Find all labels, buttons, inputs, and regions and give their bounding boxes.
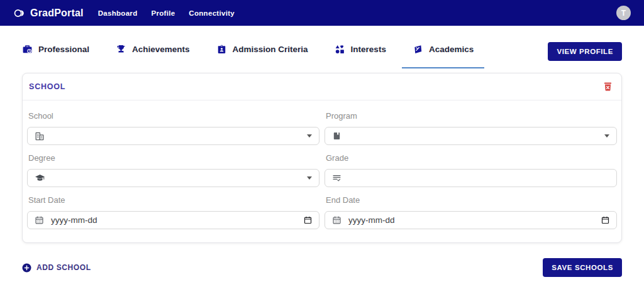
list-check-icon xyxy=(332,173,341,183)
calendar-icon xyxy=(332,215,341,225)
program-field: Program xyxy=(325,103,617,145)
chevron-down-icon xyxy=(307,134,312,138)
trophy-icon xyxy=(116,44,126,55)
date-placeholder: yyyy-mm-dd xyxy=(348,215,395,225)
tab-label: Interests xyxy=(351,45,386,54)
program-select[interactable] xyxy=(325,127,617,145)
tab-label: Professional xyxy=(38,45,89,54)
tab-label: Admission Criteria xyxy=(233,45,308,54)
grade-label: Grade xyxy=(326,153,617,163)
tab-academics[interactable]: Academics xyxy=(413,44,474,63)
actions-row: ADD SCHOOL SAVE SCHOOLS xyxy=(22,258,622,277)
gradportal-logo-icon xyxy=(13,8,26,18)
date-picker-icon[interactable] xyxy=(601,216,609,224)
grade-field: Grade xyxy=(325,145,617,187)
end-date-field: End Date yyyy-mm-dd xyxy=(325,187,617,229)
book-icon xyxy=(332,131,341,141)
tab-achievements[interactable]: Achievements xyxy=(116,44,190,63)
end-date-label: End Date xyxy=(326,195,617,205)
nav-link-profile[interactable]: Profile xyxy=(151,9,175,17)
view-profile-button[interactable]: VIEW PROFILE xyxy=(548,42,622,61)
avatar[interactable]: T xyxy=(616,6,631,20)
program-label: Program xyxy=(326,111,617,121)
date-picker-icon[interactable] xyxy=(304,216,312,224)
degree-label: Degree xyxy=(28,153,319,163)
end-date-input[interactable]: yyyy-mm-dd xyxy=(325,211,617,229)
date-placeholder: yyyy-mm-dd xyxy=(51,215,97,225)
school-select[interactable] xyxy=(27,127,319,145)
start-date-field: Start Date yyyy-mm-dd xyxy=(27,187,319,229)
tabs-row: Professional Achievements Admission xyxy=(22,44,622,63)
nav-link-dashboard[interactable]: Dashboard xyxy=(98,9,138,17)
brand-name: GradPortal xyxy=(30,8,84,19)
tab-label: Academics xyxy=(429,45,474,54)
chevron-down-icon xyxy=(604,134,609,138)
avatar-initial: T xyxy=(621,9,626,18)
nav-links: Dashboard Profile Connectivity xyxy=(98,9,235,17)
school-icon xyxy=(413,44,423,55)
top-navbar: GradPortal Dashboard Profile Connectivit… xyxy=(0,0,644,26)
school-label: School xyxy=(28,111,319,121)
building-icon xyxy=(35,131,45,141)
plus-circle-icon xyxy=(22,263,31,273)
degree-field: Degree xyxy=(27,145,319,187)
briefcase-clock-icon xyxy=(22,44,33,55)
school-form: School Program xyxy=(23,100,621,242)
grade-input[interactable] xyxy=(325,169,617,187)
tab-admission-criteria[interactable]: Admission Criteria xyxy=(216,44,308,63)
card-title: SCHOOL xyxy=(28,82,65,91)
delete-school-button[interactable] xyxy=(602,80,614,93)
school-field: School xyxy=(27,103,319,145)
chevron-down-icon xyxy=(307,176,312,180)
save-schools-button[interactable]: SAVE SCHOOLS xyxy=(543,258,622,277)
start-date-label: Start Date xyxy=(28,195,319,205)
degree-select[interactable] xyxy=(27,169,319,187)
shapes-icon xyxy=(335,44,345,55)
start-date-input[interactable]: yyyy-mm-dd xyxy=(27,211,319,229)
nav-link-connectivity[interactable]: Connectivity xyxy=(189,9,235,17)
calendar-icon xyxy=(35,215,44,225)
tab-label: Achievements xyxy=(132,45,190,54)
brand[interactable]: GradPortal xyxy=(13,8,84,19)
add-school-button[interactable]: ADD SCHOOL xyxy=(22,263,91,273)
graduation-cap-icon xyxy=(35,173,45,183)
id-badge-icon xyxy=(216,44,227,55)
school-card-header: SCHOOL xyxy=(23,73,621,100)
tab-interests[interactable]: Interests xyxy=(335,44,386,63)
trash-icon xyxy=(603,84,613,94)
add-school-label: ADD SCHOOL xyxy=(36,263,91,272)
school-card: SCHOOL School xyxy=(22,73,622,243)
tab-professional[interactable]: Professional xyxy=(22,44,89,63)
